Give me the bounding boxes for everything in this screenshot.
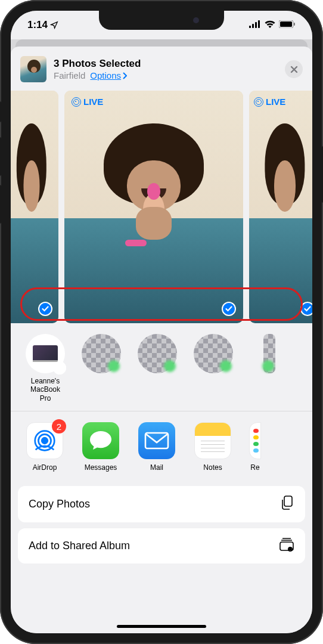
battery-icon: [279, 20, 296, 30]
airdrop-badge-icon: [53, 361, 66, 374]
photo-thumbnail[interactable]: [11, 91, 58, 323]
contact-avatar-blurred: [138, 334, 177, 373]
shared-album-icon: [279, 537, 294, 555]
action-list: Copy Photos: [18, 486, 305, 522]
cellular-icon: [249, 20, 261, 30]
copy-icon: [280, 495, 294, 513]
svg-rect-3: [258, 20, 260, 28]
status-time: 1:14: [27, 19, 58, 31]
selection-check-icon[interactable]: [222, 302, 236, 316]
action-copy-photos[interactable]: Copy Photos: [18, 486, 305, 522]
svg-rect-1: [252, 24, 254, 28]
notch: [99, 11, 224, 30]
photo-content: [11, 91, 58, 323]
share-apps-row[interactable]: 2 AirDrop Messages Mail: [11, 411, 312, 480]
selection-check-icon[interactable]: [38, 302, 52, 316]
chevron-right-icon: [122, 72, 127, 79]
app-mail[interactable]: Mail: [137, 422, 176, 472]
live-icon: [254, 97, 263, 107]
app-label: Re: [250, 463, 259, 472]
close-button[interactable]: [285, 60, 303, 78]
airdrop-target-contact[interactable]: [80, 334, 123, 402]
airdrop-targets-row[interactable]: Leanne's MacBook Pro: [11, 323, 312, 411]
svg-rect-5: [280, 21, 292, 27]
options-label: Options: [90, 70, 121, 80]
wifi-icon: [265, 20, 275, 30]
header-text: 3 Photos Selected Fairfield Options: [54, 58, 278, 80]
action-list: Add to Shared Album: [18, 528, 305, 564]
airdrop-target-label: Leanne's MacBook Pro: [24, 377, 67, 402]
app-label: Notes: [203, 463, 222, 472]
screen: 1:14: [11, 11, 312, 633]
airdrop-target-contact[interactable]: [248, 334, 291, 402]
svg-point-10: [42, 438, 48, 444]
airdrop-target-contact[interactable]: [136, 334, 179, 402]
messages-icon: [82, 422, 119, 459]
contact-avatar-blurred: [82, 334, 121, 373]
phone-frame: 1:14: [0, 0, 323, 644]
photo-content: [249, 91, 312, 323]
silent-switch: [0, 101, 1, 122]
live-icon: [72, 97, 81, 107]
airdrop-target-contact[interactable]: [192, 334, 235, 402]
close-icon: [290, 66, 298, 73]
airdrop-icon: 2: [26, 422, 63, 459]
photo-thumbnail[interactable]: LIVE: [249, 91, 312, 323]
app-label: Mail: [150, 463, 163, 472]
photo-content: [64, 91, 243, 323]
live-badge: LIVE: [254, 97, 285, 107]
app-label: Messages: [85, 463, 117, 472]
svg-point-8: [58, 366, 62, 370]
svg-point-7: [59, 367, 61, 369]
time-text: 1:14: [27, 19, 48, 31]
location-icon: [50, 21, 58, 29]
options-link[interactable]: Options: [90, 70, 127, 80]
action-add-shared-album[interactable]: Add to Shared Album: [18, 528, 305, 564]
home-indicator[interactable]: [117, 625, 206, 628]
app-reminders[interactable]: Re: [249, 422, 261, 472]
svg-rect-6: [294, 23, 295, 26]
svg-rect-14: [284, 496, 292, 506]
status-icons: [249, 20, 296, 30]
svg-point-9: [57, 365, 63, 371]
volume-down-button: [0, 185, 1, 224]
selection-title: 3 Photos Selected: [54, 58, 278, 70]
selection-check-icon[interactable]: [300, 302, 312, 316]
action-label: Add to Shared Album: [29, 540, 130, 552]
app-label: AirDrop: [33, 463, 57, 472]
svg-rect-2: [255, 22, 257, 28]
airdrop-target-macbook[interactable]: Leanne's MacBook Pro: [24, 334, 67, 402]
share-header: 3 Photos Selected Fairfield Options: [11, 47, 312, 91]
device-avatar: [26, 334, 65, 373]
live-badge: LIVE: [72, 97, 103, 107]
reminders-icon: [249, 422, 261, 459]
svg-rect-0: [249, 26, 251, 28]
volume-up-button: [0, 137, 1, 176]
app-airdrop[interactable]: 2 AirDrop: [25, 422, 64, 472]
live-label: LIVE: [83, 97, 103, 107]
share-sheet: 3 Photos Selected Fairfield Options: [11, 47, 312, 633]
live-label: LIVE: [266, 97, 285, 107]
svg-rect-13: [145, 433, 168, 448]
header-subtitle: Fairfield Options: [54, 70, 278, 80]
header-thumbnail: [20, 56, 46, 82]
contact-avatar-blurred: [194, 334, 233, 373]
photo-row: LIVE LIVE: [11, 91, 312, 323]
photo-thumbnail[interactable]: LIVE: [64, 91, 243, 323]
macbook-icon: [33, 345, 58, 362]
notes-icon: [194, 422, 231, 459]
location-label: Fairfield: [54, 70, 85, 80]
photo-strip[interactable]: LIVE LIVE: [11, 91, 312, 323]
notification-badge: 2: [52, 419, 66, 434]
mail-icon: [138, 422, 175, 459]
app-notes[interactable]: Notes: [193, 422, 232, 472]
app-messages[interactable]: Messages: [81, 422, 120, 472]
contact-avatar-blurred: [263, 334, 275, 373]
action-label: Copy Photos: [29, 498, 90, 510]
